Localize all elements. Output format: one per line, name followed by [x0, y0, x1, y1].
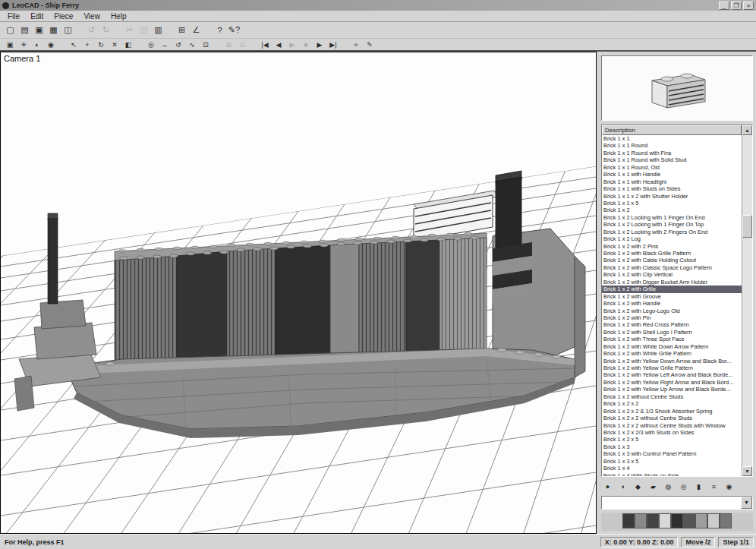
title-bar[interactable]: LeoCAD - Ship Ferry _ ❐ ×	[0, 0, 756, 11]
list-item[interactable]: Brick 1 x 2	[602, 207, 742, 213]
list-item[interactable]: Brick 1 x 2 with Shell Logo I Pattern	[602, 329, 742, 336]
list-item[interactable]: Brick 1 x 4	[602, 465, 742, 472]
move-button[interactable]: +	[80, 39, 94, 50]
list-item[interactable]: Brick 1 x 2 with Red Cross Pattern	[602, 321, 742, 328]
list-item[interactable]: Brick 1 x 2 with Digger Bucket Arm Holde…	[602, 279, 742, 286]
pieces-combo[interactable]: ▼	[601, 496, 753, 510]
list-item[interactable]: Brick 1 x 2 x 5	[602, 436, 742, 443]
list-item[interactable]: Brick 1 x 3 with Control Panel Pattern	[602, 450, 742, 457]
anim-previous-button[interactable]: ◀	[272, 39, 285, 50]
close-button[interactable]: ×	[743, 2, 754, 10]
menu-item[interactable]: Help	[106, 11, 131, 21]
erase-button[interactable]: ✕	[108, 39, 121, 50]
color-swatch[interactable]	[720, 513, 732, 528]
parts-list-scrollbar[interactable]: ▲ ▼	[742, 125, 752, 476]
group-plates-button[interactable]: ◖	[616, 481, 629, 493]
color-swatch[interactable]	[695, 513, 707, 528]
anim-last-button[interactable]: ▶|	[326, 39, 340, 50]
add-keys-button[interactable]: ✎	[363, 39, 376, 50]
color-swatch[interactable]	[659, 513, 671, 528]
select-button[interactable]: ↖	[67, 39, 80, 50]
list-item[interactable]: Brick 1 x 2 with Yellow Down Arrow and B…	[602, 358, 742, 364]
list-item[interactable]: Brick 1 x 4 With Studs on Side	[602, 472, 742, 476]
context-help-button[interactable]: ✎?	[227, 24, 241, 36]
list-item[interactable]: Brick 1 x 2 with Groove	[602, 293, 742, 300]
list-item[interactable]: Brick 1 x 3 x 5	[602, 458, 742, 465]
list-item[interactable]: Brick 1 x 1 Round, Old	[602, 164, 742, 171]
list-item[interactable]: Brick 1 x 1 Round with Solid Stud	[602, 156, 742, 163]
group-minifig-button[interactable]: ◎	[677, 481, 690, 493]
zoom-extents-button[interactable]: ⊞	[222, 39, 235, 50]
list-item[interactable]: Brick 1 x 2 Log	[602, 235, 742, 242]
chevron-down-icon[interactable]: ▼	[741, 497, 752, 509]
about-button[interactable]: ?	[213, 24, 227, 36]
part-preview[interactable]	[601, 55, 753, 121]
list-item[interactable]: Brick 1 x 2 x 2/3 with Studs on Sides	[602, 429, 742, 436]
list-item[interactable]: Brick 1 x 2 with White Down Arrow Patter…	[602, 343, 742, 350]
new-button[interactable]: ▢	[3, 24, 17, 36]
menu-item[interactable]: Edit	[26, 11, 48, 21]
list-item[interactable]: Brick 1 x 2 with Classic Space Logo Patt…	[602, 264, 742, 271]
minimize-button[interactable]: _	[719, 2, 729, 10]
list-item[interactable]: Brick 1 x 1 Round with Fins	[602, 150, 742, 156]
list-item[interactable]: Brick 1 x 1 Round	[602, 142, 742, 149]
paste-button[interactable]: ▥	[151, 24, 165, 36]
cut-button[interactable]: ✂	[122, 24, 137, 36]
color-swatch[interactable]	[671, 513, 683, 528]
redo-button[interactable]: ↻	[99, 24, 113, 36]
group-other-button[interactable]: ▮	[692, 481, 705, 493]
list-item[interactable]: Brick 1 x 2 with Pin	[602, 314, 742, 321]
menu-item[interactable]: Piece	[49, 11, 77, 21]
insert-piece-button[interactable]: ▣	[3, 39, 17, 50]
list-item[interactable]: Brick 1 x 2 x 2 & 1/3 Shock Absorber Spr…	[602, 408, 742, 415]
anim-first-button[interactable]: |◀	[258, 39, 272, 50]
group-slopes-button[interactable]: ▰	[647, 481, 660, 493]
anim-play-button[interactable]: ▶	[285, 39, 299, 50]
list-item[interactable]: Brick 1 x 2 with Black Grille Pattern	[602, 250, 742, 257]
insert-spotlight-button[interactable]: ◐	[30, 39, 44, 50]
color-swatch[interactable]	[683, 513, 695, 528]
insert-light-button[interactable]: ☀	[17, 39, 30, 50]
list-item[interactable]: Brick 1 x 2 with Cable Holding Cutout	[602, 257, 742, 263]
list-item[interactable]: Brick 1 x 2 Locking with 2 Fingers On En…	[602, 229, 742, 235]
undo-button[interactable]: ↺	[84, 24, 99, 36]
rotate-button[interactable]: ↻	[94, 39, 108, 50]
paint-button[interactable]: ◧	[121, 39, 135, 50]
scroll-down-icon[interactable]: ▼	[742, 466, 752, 476]
look-at-button[interactable]: ⊙	[235, 39, 249, 50]
save-button[interactable]: ▣	[32, 24, 46, 36]
copy-button[interactable]: ◫	[137, 24, 151, 36]
list-item[interactable]: Brick 1 x 1 with Studs on Sides	[602, 185, 742, 192]
scrollbar-track[interactable]	[742, 135, 752, 466]
pan-button[interactable]: ↔	[158, 39, 172, 50]
list-item[interactable]: Brick 1 x 2 with Lego-Logo Old	[602, 308, 742, 314]
viewport-canvas[interactable]: Camera 1	[0, 52, 597, 534]
list-item[interactable]: Brick 1 x 2 with Yellow Up Arrow and Bla…	[602, 386, 742, 393]
zoom-region-button[interactable]: ⊡	[199, 39, 213, 50]
roll-button[interactable]: ∿	[185, 39, 199, 50]
color-swatch[interactable]	[622, 513, 635, 528]
list-item[interactable]: Brick 1 x 2 with Yellow Left Arrow and B…	[602, 371, 742, 378]
group-tiles-button[interactable]: ◆	[632, 481, 644, 493]
menu-item[interactable]: File	[3, 11, 24, 21]
list-item[interactable]: Brick 1 x 1 x 5	[602, 200, 742, 207]
snap-move-button[interactable]: ⊞	[175, 24, 189, 36]
list-item[interactable]: Brick 1 x 1	[602, 135, 742, 142]
animation-mode-button[interactable]: ≈	[349, 39, 363, 50]
list-item[interactable]: Brick 1 x 1 x 2 with Shutter Holder	[602, 193, 742, 200]
list-item[interactable]: Brick 1 x 2 with Handle	[602, 300, 742, 307]
list-item[interactable]: Brick 1 x 2 with 2 Pins	[602, 243, 742, 250]
list-item[interactable]: Brick 1 x 2 with Three Spot Face	[602, 336, 742, 342]
anim-next-button[interactable]: ▶	[313, 39, 326, 50]
scrollbar-thumb[interactable]	[742, 215, 752, 238]
list-header-description[interactable]: Description	[602, 125, 742, 135]
snap-angle-button[interactable]: ∠	[189, 24, 203, 36]
list-item[interactable]: Brick 1 x 2 x 2 without Centre Studs wit…	[602, 422, 742, 429]
list-item[interactable]: Brick 1 x 3	[602, 443, 742, 450]
color-swatch[interactable]	[635, 513, 647, 528]
scroll-up-icon[interactable]: ▲	[742, 125, 752, 135]
list-item[interactable]: Brick 1 x 2 with Grille	[602, 286, 742, 292]
insert-camera-button[interactable]: ◉	[44, 39, 58, 50]
group-technic-button[interactable]: ◍	[662, 481, 675, 493]
menu-item[interactable]: View	[79, 11, 105, 21]
